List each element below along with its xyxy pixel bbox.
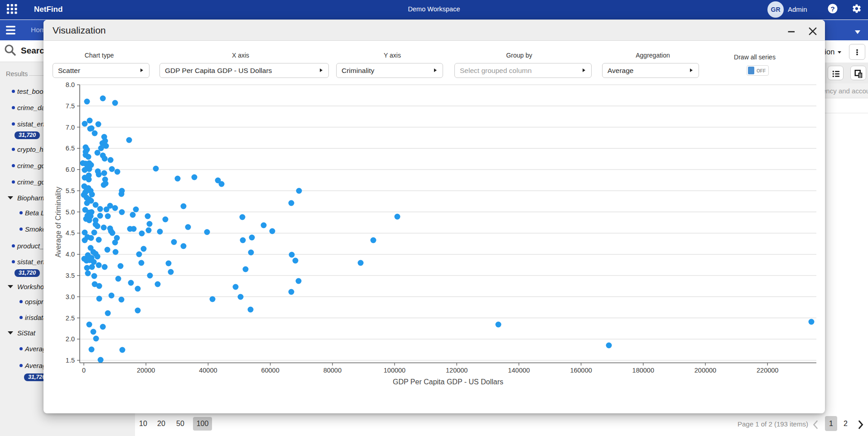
svg-text:0: 0 (82, 367, 86, 374)
svg-text:6.5: 6.5 (66, 145, 75, 152)
svg-text:180000: 180000 (632, 367, 654, 374)
svg-text:100000: 100000 (384, 367, 405, 374)
svg-text:2.0: 2.0 (66, 335, 75, 343)
svg-text:?: ? (830, 5, 834, 13)
svg-text:4.0: 4.0 (66, 251, 75, 258)
svg-text:80000: 80000 (323, 367, 342, 374)
svg-text:6.0: 6.0 (66, 166, 75, 173)
svg-text:5.5: 5.5 (66, 187, 75, 194)
svg-text:8.0: 8.0 (66, 81, 75, 88)
svg-text:140000: 140000 (508, 367, 530, 374)
svg-text:120000: 120000 (446, 367, 468, 374)
svg-text:5.0: 5.0 (66, 208, 75, 216)
svg-text:20000: 20000 (137, 367, 155, 374)
svg-text:1.5: 1.5 (66, 357, 75, 364)
svg-text:2.5: 2.5 (66, 315, 75, 322)
svg-text:7.0: 7.0 (66, 124, 75, 131)
svg-text:7.5: 7.5 (66, 102, 75, 110)
svg-text:160000: 160000 (570, 367, 592, 374)
svg-text:60000: 60000 (261, 367, 279, 374)
svg-text:3.0: 3.0 (66, 293, 75, 300)
svg-text:200000: 200000 (694, 367, 716, 374)
svg-text:40000: 40000 (199, 367, 217, 374)
svg-text:4.5: 4.5 (66, 229, 75, 237)
svg-text:220000: 220000 (757, 367, 778, 374)
svg-text:GDP Per Capita GDP - US Dollar: GDP Per Capita GDP - US Dollars (393, 378, 503, 386)
svg-text:3.5: 3.5 (66, 272, 75, 279)
svg-text:Average of Criminality: Average of Criminality (54, 187, 62, 257)
